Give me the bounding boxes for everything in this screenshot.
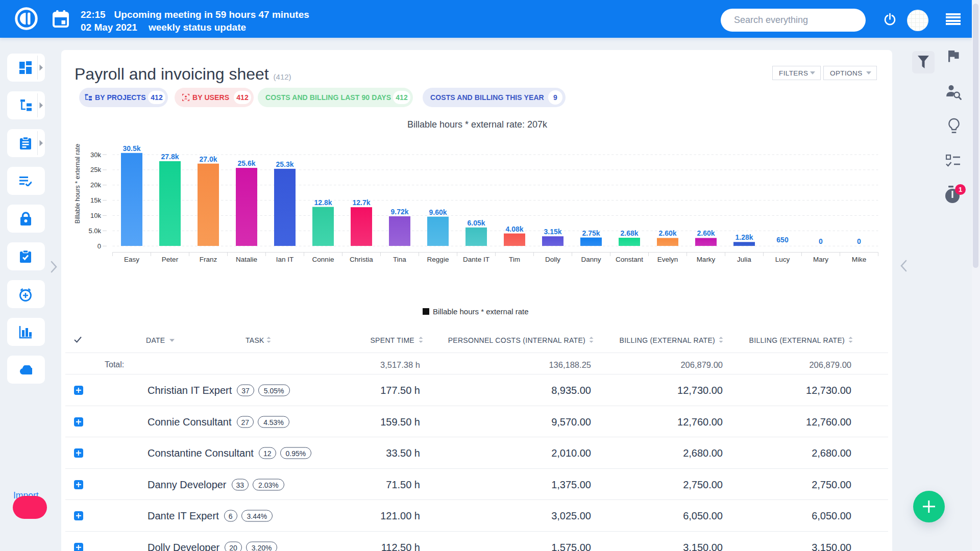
svg-text:30k: 30k: [90, 151, 101, 159]
svg-text:Christia: Christia: [350, 256, 373, 263]
svg-text:Marky: Marky: [697, 256, 716, 263]
svg-text:Lucy: Lucy: [775, 256, 790, 263]
svg-text:Easy: Easy: [124, 256, 139, 263]
svg-text:9.60k: 9.60k: [429, 208, 447, 216]
svg-text:Constant: Constant: [616, 256, 643, 263]
svg-text:12.7k: 12.7k: [352, 198, 370, 207]
svg-text:Tina: Tina: [393, 256, 406, 263]
svg-text:Peter: Peter: [162, 256, 179, 263]
svg-text:Billable hours * external rate: Billable hours * external rate: 207k: [407, 119, 548, 130]
svg-text:Billable hours * external rate: Billable hours * external rate: [74, 144, 81, 223]
svg-text:Danny: Danny: [581, 256, 601, 263]
svg-text:Dante IT: Dante IT: [463, 256, 489, 263]
svg-text:Dolly: Dolly: [545, 256, 560, 263]
svg-text:Franz: Franz: [200, 256, 217, 263]
svg-text:Mike: Mike: [852, 256, 867, 263]
svg-text:Mary: Mary: [813, 256, 828, 263]
svg-text:6.05k: 6.05k: [467, 219, 485, 227]
svg-text:Natalie: Natalie: [236, 256, 257, 263]
svg-text:4.08k: 4.08k: [505, 225, 523, 233]
svg-text:20k: 20k: [90, 181, 101, 189]
svg-text:2.60k: 2.60k: [697, 229, 715, 237]
svg-text:30.5k: 30.5k: [122, 144, 140, 153]
svg-text:Evelyn: Evelyn: [657, 256, 678, 263]
svg-text:Reggie: Reggie: [427, 256, 449, 263]
svg-text:650: 650: [776, 236, 789, 244]
svg-text:10k: 10k: [90, 212, 101, 219]
svg-text:25k: 25k: [90, 166, 101, 173]
svg-text:0: 0: [97, 242, 101, 250]
svg-text:5.0k: 5.0k: [88, 227, 101, 235]
svg-text:15k: 15k: [90, 196, 101, 204]
svg-text:2.60k: 2.60k: [658, 229, 676, 237]
svg-text:2.75k: 2.75k: [582, 229, 600, 237]
svg-text:27.0k: 27.0k: [199, 155, 217, 163]
svg-text:9.72k: 9.72k: [390, 208, 408, 216]
svg-text:Billable hours * external rate: Billable hours * external rate: [433, 307, 529, 316]
svg-text:25.3k: 25.3k: [276, 160, 293, 168]
svg-text:Ian IT: Ian IT: [276, 256, 294, 263]
svg-text:12.8k: 12.8k: [314, 198, 332, 207]
svg-text:3.15k: 3.15k: [544, 228, 561, 236]
svg-text:Connie: Connie: [312, 256, 334, 263]
svg-text:Tim: Tim: [509, 256, 520, 263]
svg-text:Julia: Julia: [737, 256, 751, 263]
svg-text:25.6k: 25.6k: [237, 159, 255, 167]
svg-text:1.28k: 1.28k: [735, 233, 753, 241]
svg-text:0: 0: [857, 237, 861, 245]
svg-text:2.68k: 2.68k: [620, 229, 638, 237]
svg-text:0: 0: [819, 237, 823, 245]
svg-text:27.8k: 27.8k: [161, 153, 179, 161]
